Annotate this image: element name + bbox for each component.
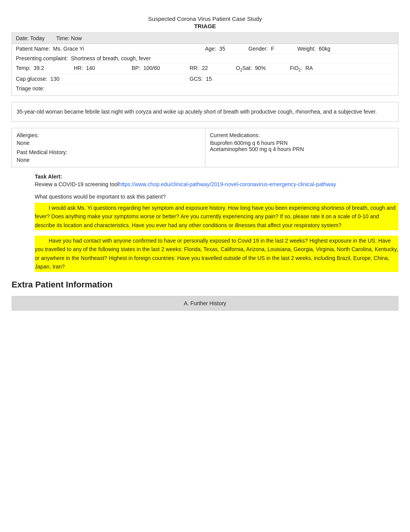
vitals-row-2: Cap glucose: 130 GCS: 15 (12, 74, 398, 84)
pmh-value: None (17, 157, 200, 163)
triage-note-row: Triage note: (12, 84, 398, 95)
hr-label: HR: (74, 65, 83, 71)
temp-label: Temp: (16, 65, 30, 71)
fio2-label: FiO2: (290, 65, 302, 71)
task-alert-section: Task Alert: Review a COVID-19 screening … (35, 173, 398, 187)
allergies-col: Allergies: None Past Medical History: No… (12, 128, 205, 167)
age-label: Age: (205, 46, 216, 52)
gender-label: Gender: (248, 46, 268, 52)
current-meds-label: Current Medications: (210, 132, 394, 138)
patient-name-row: Patient Name: Ms. Grace Yi Age: 35 Gende… (12, 44, 398, 54)
time-label: Time: Now (56, 35, 81, 41)
triage-note-label: Triage note: (16, 85, 44, 92)
bp-label: BP: (132, 65, 141, 71)
rr-value: 22 (202, 65, 208, 71)
gender-value: F (271, 46, 274, 52)
task-alert-link[interactable]: https://www.chop.edu/clinical-pathway/20… (119, 181, 336, 187)
date-time-row: Date: Today Time: Now (12, 33, 398, 44)
weight-value: 60kg (319, 46, 330, 52)
rr-label: RR: (190, 65, 199, 71)
age-value: 35 (219, 46, 225, 52)
extra-info-title: Extra Patient Information (12, 280, 398, 290)
triage-box: Date: Today Time: Now Patient Name: Ms. … (12, 32, 398, 96)
hr-value: 140 (86, 65, 95, 71)
o2sat-value: 90% (255, 65, 266, 71)
further-history-bar: A. Further History (12, 296, 398, 311)
patient-name: Ms. Grace Yi (53, 46, 84, 52)
page-subtitle: TRIAGE (12, 23, 398, 29)
fio2-value: RA (305, 65, 313, 71)
date-label: Date: Today (16, 35, 44, 41)
task-alert-label: Task Alert: (35, 173, 398, 180)
glucose-value: 130 (51, 76, 59, 82)
answer-paragraph-1: I would ask Ms. Yi questions regarding h… (35, 203, 398, 230)
bp-value: 100/60 (143, 65, 160, 71)
glucose-label: Cap glucose: (16, 76, 47, 82)
indent-2 (35, 236, 49, 245)
complaint-value: Shortness of breath, cough, fever (71, 55, 151, 61)
question-section: What questions would be important to ask… (35, 194, 398, 272)
answer-paragraph-2: Have you had contact with anyone confirm… (35, 236, 398, 272)
complaint-label: Presenting complaint: (16, 55, 68, 61)
weight-label: Weight: (297, 46, 315, 52)
o2sat-label: O2Sat: (236, 65, 252, 71)
page-title: Suspected Corona Virus Patient Case Stud… (12, 15, 398, 22)
allergies-label: Allergies: (17, 132, 200, 138)
narrative-box: 35-year-old woman became febrile last ni… (12, 102, 398, 122)
current-meds-line2: Acetaminophen 500 mg q 4 hours PRN (210, 146, 394, 152)
allergies-value: None (17, 140, 200, 146)
indent-1 (35, 204, 49, 212)
medications-col: Current Medications: Ibuprofen 600mg q 6… (205, 128, 398, 167)
info-box: Allergies: None Past Medical History: No… (12, 128, 398, 167)
gcs-value: 15 (206, 76, 212, 82)
current-meds-line1: Ibuprofen 600mg q 6 hours PRN (210, 140, 394, 146)
task-alert-text: Review a COVID-19 screening toolhttps://… (35, 181, 398, 187)
question-text: What questions would be important to ask… (35, 194, 398, 200)
vitals-row-1: Temp: 39.2 HR: 140 BP: 100/60 RR: 22 O2S… (12, 63, 398, 74)
temp-value: 39.2 (34, 65, 44, 71)
pmh-label: Past Medical History: (17, 149, 200, 155)
patient-name-label: Patient Name: (16, 46, 50, 52)
complaint-row: Presenting complaint: Shortness of breat… (12, 54, 398, 63)
gcs-label: GCS: (190, 76, 203, 82)
task-alert-review-text: Review a COVID-19 screening tool (35, 181, 119, 187)
